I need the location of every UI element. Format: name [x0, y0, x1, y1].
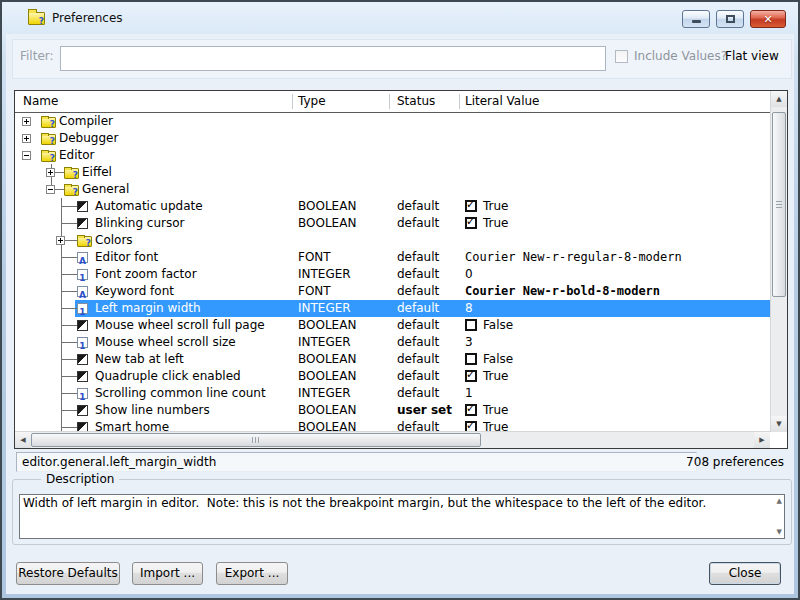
tree-row[interactable]: Scrolling common line countINTEGERdefaul… [15, 385, 770, 402]
preference-status: default [397, 334, 439, 351]
preference-value: False [483, 351, 513, 368]
close-window-button[interactable]: ✕ [750, 10, 786, 28]
preference-status: default [397, 283, 439, 300]
value-checkbox[interactable] [465, 200, 477, 212]
collapse-icon[interactable] [22, 151, 31, 160]
preference-name: Debugger [59, 130, 118, 147]
tree-row[interactable]: Show line numbersBOOLEANuser setTrue [15, 402, 770, 419]
tree-row[interactable]: Debugger [15, 130, 770, 147]
preference-type: BOOLEAN [298, 368, 356, 385]
value-checkbox[interactable] [465, 370, 477, 382]
folder-icon [41, 134, 56, 145]
preference-name: Editor [59, 147, 95, 164]
window-title: Preferences [52, 11, 123, 25]
include-values-label: Include Values? [634, 49, 727, 63]
tree-row-selected[interactable]: Left margin widthINTEGERdefault8 [15, 300, 770, 317]
include-values-checkbox[interactable] [615, 50, 628, 63]
folder-icon [64, 185, 79, 196]
preferences-grid: Name Type Status Literal Value CompilerD… [14, 90, 788, 449]
preference-value: 0 [465, 266, 473, 283]
bool-icon [77, 371, 88, 382]
preference-value: True [483, 402, 509, 419]
tree-row[interactable]: Eiffel [15, 164, 770, 181]
tree-row[interactable]: Compiler [15, 113, 770, 130]
column-header-literal[interactable]: Literal Value [465, 94, 540, 108]
folder-icon [64, 168, 79, 179]
preference-name: Font zoom factor [95, 266, 197, 283]
horizontal-scroll-thumb[interactable] [31, 433, 481, 447]
tree-row[interactable]: New tab at leftBOOLEANdefaultFalse [15, 351, 770, 368]
restore-defaults-button[interactable]: Restore Defaults [16, 562, 120, 585]
column-separator[interactable] [389, 94, 390, 109]
scroll-left-icon[interactable]: ◀ [15, 432, 31, 448]
tree-row[interactable]: Quadruple click enabledBOOLEANdefaultTru… [15, 368, 770, 385]
tree-connector-line [61, 257, 77, 258]
int-icon [77, 303, 88, 314]
column-separator[interactable] [459, 94, 460, 109]
minimize-button[interactable] [682, 10, 710, 28]
preference-status: user set [397, 402, 452, 419]
close-button[interactable]: Close [709, 562, 781, 585]
description-scroll-down-icon[interactable]: ▼ [777, 528, 782, 536]
tree-row[interactable]: Mouse wheel scroll sizeINTEGERdefault3 [15, 334, 770, 351]
close-icon: ✕ [751, 13, 785, 26]
tree-row[interactable]: General [15, 181, 770, 198]
folder-icon [41, 151, 56, 162]
titlebar[interactable]: Preferences ✕ [4, 4, 796, 34]
tree-connector-line [61, 206, 77, 207]
collapse-icon[interactable] [46, 185, 55, 194]
filter-input[interactable] [60, 46, 606, 71]
bool-icon [77, 218, 88, 229]
expand-icon[interactable] [46, 168, 55, 177]
preference-name: Show line numbers [95, 402, 210, 419]
preference-status: default [397, 385, 439, 402]
expand-icon[interactable] [22, 117, 31, 126]
preference-name: Keyword font [95, 283, 174, 300]
preference-type: FONT [298, 283, 331, 300]
column-header-status[interactable]: Status [397, 94, 435, 108]
expand-icon[interactable] [22, 134, 31, 143]
vertical-scrollbar[interactable]: ▲ ▼ [770, 91, 787, 432]
scroll-down-icon[interactable]: ▼ [771, 416, 787, 432]
value-checkbox[interactable] [465, 353, 477, 365]
preference-name: New tab at left [95, 351, 184, 368]
tree-row[interactable]: Editor fontFONTdefaultCourier New-r-regu… [15, 249, 770, 266]
column-separator[interactable] [292, 94, 293, 109]
preference-name: Scrolling common line count [95, 385, 266, 402]
preference-type: BOOLEAN [298, 317, 356, 334]
tree-row[interactable]: Mouse wheel scroll full pageBOOLEANdefau… [15, 317, 770, 334]
tree-row[interactable]: Blinking cursorBOOLEANdefaultTrue [15, 215, 770, 232]
vertical-scroll-thumb[interactable] [772, 112, 786, 297]
preference-value: Courier New-r-regular-8-modern [465, 249, 682, 266]
preference-name: Left margin width [95, 300, 201, 317]
folder-icon [77, 236, 92, 247]
value-checkbox[interactable] [465, 404, 477, 416]
tree-row[interactable]: Colors [15, 232, 770, 249]
description-label: Description [41, 472, 119, 486]
tree-connector-line [61, 376, 77, 377]
preference-value: True [483, 215, 509, 232]
tree-connector-line [61, 274, 77, 275]
value-checkbox[interactable] [465, 217, 477, 229]
preference-value: 8 [465, 300, 473, 317]
scroll-right-icon[interactable]: ▶ [754, 432, 770, 448]
column-header-name[interactable]: Name [23, 94, 58, 108]
import-button[interactable]: Import ... [132, 562, 203, 585]
maximize-button[interactable] [716, 10, 744, 28]
tree-row[interactable]: Font zoom factorINTEGERdefault0 [15, 266, 770, 283]
scroll-up-icon[interactable]: ▲ [771, 91, 787, 107]
preference-status: default [397, 266, 439, 283]
horizontal-scrollbar[interactable]: ◀ ▶ [15, 431, 770, 448]
description-scroll-up-icon[interactable]: ▲ [777, 497, 782, 505]
bool-icon [77, 354, 88, 365]
int-icon [77, 388, 88, 399]
tree-row[interactable]: Keyword fontFONTdefaultCourier New-r-bol… [15, 283, 770, 300]
value-checkbox[interactable] [465, 319, 477, 331]
export-button[interactable]: Export ... [216, 562, 288, 585]
preference-value: 3 [465, 334, 473, 351]
tree-row[interactable]: Automatic updateBOOLEANdefaultTrue [15, 198, 770, 215]
expand-icon[interactable] [56, 236, 65, 245]
column-header-type[interactable]: Type [298, 94, 326, 108]
tree-row[interactable]: Editor [15, 147, 770, 164]
flat-view-toggle[interactable]: Flat view [725, 49, 779, 63]
